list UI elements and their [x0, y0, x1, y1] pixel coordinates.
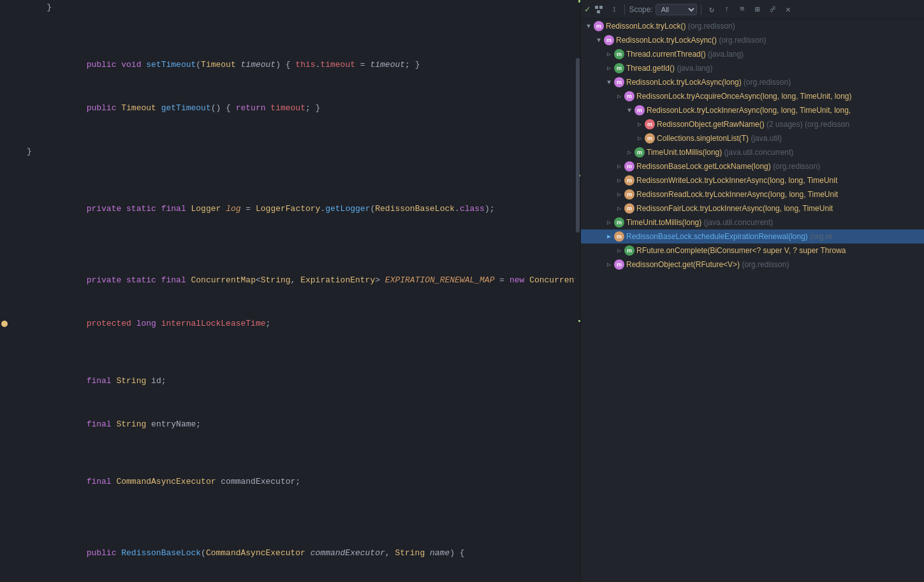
tree-arrow: ▷	[604, 219, 614, 226]
line-code: final String id;	[20, 360, 580, 402]
tree-item-16[interactable]: ▶ m RedissonBaseLock.scheduleExpirationR…	[581, 229, 924, 244]
tree-item-6[interactable]: ▷ m RedissonLock.tryAcquireOnceAsync(lon…	[581, 89, 924, 103]
tree-item-label: RedissonLock.tryLockAsync(long) (org.red…	[626, 78, 791, 87]
hierarchy-content[interactable]: ▼ m RedissonLock.tryLock() (org.redisson…	[581, 19, 924, 582]
tree-arrow: ▼	[624, 107, 634, 114]
refresh-icon[interactable]: ↻	[705, 3, 718, 16]
tree-item-label: RedissonWriteLock.tryLockInnerAsync(long…	[636, 176, 837, 185]
toolbar-separator-2	[701, 4, 701, 15]
method-icon: m	[624, 175, 634, 186]
code-line: super(commandExecutor, name);	[0, 575, 580, 582]
tree-item-15[interactable]: ▷ m TimeUnit.toMillis(long) (java.util.c…	[581, 215, 924, 229]
method-icon: m	[624, 203, 634, 214]
line-code: public Timeout getTimeout() { return tim…	[20, 87, 580, 129]
tree-item-label: RedissonLock.tryLockAsync() (org.redisso…	[616, 36, 766, 45]
code-line: final String entryName;	[0, 403, 580, 446]
callers-icon[interactable]	[592, 3, 605, 16]
tree-arrow: ▷	[614, 205, 624, 212]
expand-icon[interactable]: ≡	[736, 3, 749, 16]
tree-arrow: ▷	[634, 135, 645, 142]
tree-arrow: ▼	[594, 37, 604, 44]
code-line: final String id;	[0, 360, 580, 403]
callees-icon[interactable]: ↕	[608, 3, 620, 16]
tree-item-4[interactable]: ▷ m Thread.getId() (java.lang)	[581, 61, 924, 75]
maximize-icon[interactable]: ⊞	[751, 3, 764, 16]
tree-item-9[interactable]: ▷ m Collections.singletonList(T) (java.u…	[581, 131, 924, 145]
code-line	[0, 159, 580, 173]
code-content: } public void setTimeout(Timeout timeout…	[0, 0, 580, 582]
scrollbar-thumb[interactable]	[576, 58, 580, 233]
tree-arrow: ▷	[604, 64, 614, 72]
code-line	[0, 346, 580, 360]
code-line	[0, 130, 580, 144]
settings-icon[interactable]: ☍	[766, 3, 779, 16]
tree-item-label: TimeUnit.toMillis(long) (java.util.concu…	[647, 148, 793, 157]
method-icon: m	[594, 21, 604, 31]
toolbar-separator	[624, 4, 625, 15]
method-icon: m	[645, 119, 655, 129]
tree-arrow: ▷	[614, 163, 624, 170]
tree-item-label: RedissonLock.tryLock() (org.redisson)	[606, 22, 735, 31]
tree-item-7[interactable]: ▼ m RedissonLock.tryLockInnerAsync(long,…	[581, 103, 924, 117]
tree-item-3[interactable]: ▷ m Thread.currentThread() (java.lang)	[581, 47, 924, 61]
code-line: final CommandAsyncExecutor commandExecut…	[0, 460, 580, 504]
tree-item-label: TimeUnit.toMillis(long) (java.util.concu…	[626, 218, 773, 227]
code-line: }	[0, 0, 580, 15]
tree-item-8[interactable]: ▷ m RedissonObject.getRawName() (2 usage…	[581, 117, 924, 131]
code-editor: } public void setTimeout(Timeout timeout…	[0, 0, 580, 582]
method-icon: m	[634, 147, 645, 157]
code-line	[0, 29, 580, 43]
code-line: public void setTimeout(Timeout timeout) …	[0, 43, 580, 87]
method-icon: m	[645, 133, 655, 143]
svg-rect-1	[599, 6, 603, 9]
method-icon: m	[614, 231, 624, 242]
code-line	[0, 231, 580, 245]
code-line: public RedissonBaseLock(CommandAsyncExec…	[0, 532, 580, 575]
line-code: public RedissonBaseLock(CommandAsyncExec…	[20, 532, 580, 574]
code-line: private static final Logger log = Logger…	[0, 187, 580, 231]
line-code: private static final ConcurrentMap<Strin…	[20, 259, 580, 302]
line-code: final String entryName;	[20, 404, 580, 446]
tree-item-11[interactable]: ▷ m RedissonBaseLock.getLockName(long) (…	[581, 159, 924, 173]
tree-arrow: ▷	[604, 50, 614, 58]
pin-icon[interactable]: ↑	[721, 3, 733, 16]
tree-arrow: ▼	[583, 23, 594, 30]
tree-item-label: RedissonBaseLock.scheduleExpirationRenew…	[626, 232, 833, 241]
tree-item-1[interactable]: ▼ m RedissonLock.tryLock() (org.redisson…	[581, 19, 924, 33]
code-line: }	[0, 144, 580, 159]
tree-item-14[interactable]: ▷ m RedissonFairLock.tryLockInnerAsync(l…	[581, 201, 924, 215]
tree-arrow: ▷	[604, 261, 614, 268]
tree-item-label: RedissonObject.getRawName() (2 usages) (…	[657, 120, 849, 129]
code-line: private static final ConcurrentMap<Strin…	[0, 259, 580, 302]
tree-item-13[interactable]: ▷ m RedissonReadLock.tryLockInnerAsync(l…	[581, 187, 924, 201]
method-icon: m	[634, 105, 645, 115]
line-code: }	[20, 1, 580, 15]
tree-item-5[interactable]: ▼ m RedissonLock.tryLockAsync(long) (org…	[581, 75, 924, 89]
scope-select[interactable]: All Project	[656, 4, 697, 15]
tree-item-label: Collections.singletonList(T) (java.util)	[657, 134, 782, 143]
method-icon: m	[624, 189, 634, 200]
tree-item-label: RedissonLock.tryAcquireOnceAsync(long, l…	[636, 92, 852, 101]
tree-arrow: ▷	[614, 247, 624, 254]
tree-arrow: ▷	[614, 177, 624, 184]
close-icon[interactable]: ✕	[782, 3, 795, 16]
code-line	[0, 518, 580, 532]
code-scrollbar[interactable]	[575, 0, 580, 582]
method-icon: m	[614, 217, 624, 228]
tree-item-label: RedissonReadLock.tryLockInnerAsync(long,…	[636, 190, 838, 199]
tree-item-12[interactable]: ▷ m RedissonWriteLock.tryLockInnerAsync(…	[581, 173, 924, 187]
tree-item-label: RedissonBaseLock.getLockName(long) (org.…	[636, 162, 820, 171]
tree-item-label: RedissonFairLock.tryLockInnerAsync(long,…	[636, 204, 833, 213]
line-code: protected long internalLockLeaseTime;	[20, 303, 580, 345]
svg-rect-2	[597, 10, 600, 13]
tree-item-2[interactable]: ▼ m RedissonLock.tryLockAsync() (org.red…	[581, 33, 924, 47]
tree-item-10[interactable]: ▷ m TimeUnit.toMillis(long) (java.util.c…	[581, 145, 924, 159]
tree-arrow: ▷	[624, 149, 634, 156]
tree-item-17[interactable]: ▷ m RFuture.onComplete(BiConsumer<? supe…	[581, 244, 924, 258]
line-code: super(commandExecutor, name);	[20, 576, 580, 582]
line-code: private static final Logger log = Logger…	[20, 188, 580, 230]
tree-item-18[interactable]: ▷ m RedissonObject.get(RFuture<V>) (org.…	[581, 258, 924, 272]
scope-label: Scope:	[629, 5, 652, 14]
method-icon: m	[624, 161, 634, 171]
tree-item-label: Thread.getId() (java.lang)	[626, 64, 712, 73]
